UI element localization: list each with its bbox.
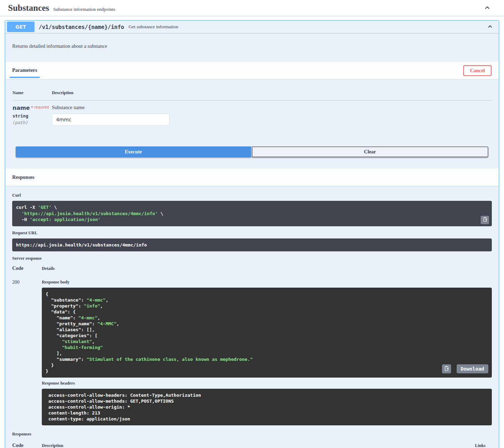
responses-title: Responses [12, 174, 34, 180]
tab-parameters[interactable]: Parameters [10, 62, 40, 79]
server-response-label: Server response [12, 256, 492, 261]
column-header-description: Description [52, 90, 492, 96]
column-header-code: Code [12, 265, 42, 271]
parameter-description: Substance name [52, 105, 492, 111]
responses-area: Curl curl -X 'GET' \ 'https://api.josie.… [5, 186, 499, 448]
opblock-collapse-button[interactable] [487, 23, 494, 31]
curl-command-block: curl -X 'GET' \ 'https://api.josie.healt… [12, 201, 492, 226]
copy-curl-button[interactable] [481, 216, 489, 224]
request-url-label: Request URL [12, 230, 492, 236]
parameter-meta: name*required string (path) [13, 105, 52, 126]
http-method-badge: GET [7, 22, 34, 32]
parameter-name: name [13, 105, 30, 111]
column-header-description: Description [42, 443, 443, 448]
documented-responses-header: Code Description Links [12, 437, 492, 448]
clear-button[interactable]: Clear [252, 146, 489, 157]
response-body-label: Response body [42, 280, 492, 285]
parameters-table-header: Name Description [13, 86, 492, 100]
parameters-table: Name Description name*required string (p… [5, 79, 499, 135]
response-headers-label: Response headers [42, 381, 492, 386]
response-headers-block: access-control-allow-headers: Content-Ty… [42, 389, 492, 425]
clipboard-copy-icon [444, 366, 449, 372]
responses-header: Responses [5, 168, 499, 186]
download-button[interactable]: Download [457, 364, 488, 373]
parameter-location: (path) [13, 120, 52, 125]
clipboard-copy-icon [482, 217, 488, 223]
live-response-table-header: Code Details [12, 265, 492, 271]
copy-response-button[interactable] [442, 364, 451, 373]
response-status-code: 200 [12, 280, 42, 425]
endpoint-path: /v1/substances/{name}/info [39, 24, 124, 30]
endpoint-description: Returns detailed information about a sub… [5, 33, 499, 62]
tab-active-underline [10, 77, 40, 78]
response-body-block: { "substance": "4-mmc", "property": "inf… [42, 288, 492, 378]
section-collapse-button[interactable] [483, 4, 491, 12]
tab-parameters-label: Parameters [10, 67, 40, 73]
section-subtitle: Substance information endpoints [53, 7, 115, 12]
live-response-row: 200 Response body { "substance": "4-mmc"… [12, 280, 492, 425]
opblock-summary[interactable]: GET /v1/substances/{name}/info Get subst… [5, 21, 499, 33]
execute-wrapper: Execute Clear [5, 135, 499, 168]
cancel-button[interactable]: Cancel [463, 65, 491, 76]
request-url-value: https://api.josie.health/v1/substances/4… [16, 242, 147, 248]
column-header-name: Name [13, 90, 52, 96]
required-asterisk: * [31, 105, 33, 110]
chevron-up-icon [487, 23, 494, 31]
chevron-up-icon [483, 4, 491, 12]
request-url-block: https://api.josie.health/v1/substances/4… [12, 238, 492, 252]
response-body-controls: Download [442, 364, 488, 373]
endpoint-summary: Get substance information [129, 24, 178, 30]
curl-label: Curl [12, 193, 492, 198]
section-header: Substances Substance information endpoin… [0, 0, 504, 16]
opblock-get-substance-info: GET /v1/substances/{name}/info Get subst… [5, 20, 499, 448]
column-header-code: Code [12, 442, 42, 448]
documented-responses-label: Responses [12, 432, 492, 437]
parameter-value-input[interactable] [52, 114, 170, 126]
column-header-links: Links [443, 443, 492, 448]
parameters-header: Parameters Cancel [5, 62, 499, 79]
column-header-details: Details [42, 266, 492, 271]
execute-button[interactable]: Execute [16, 146, 251, 157]
required-label: required [34, 105, 49, 109]
section-title: Substances [8, 3, 49, 13]
parameter-type: string [13, 113, 52, 119]
parameter-row: name*required string (path) Substance na… [13, 100, 492, 126]
